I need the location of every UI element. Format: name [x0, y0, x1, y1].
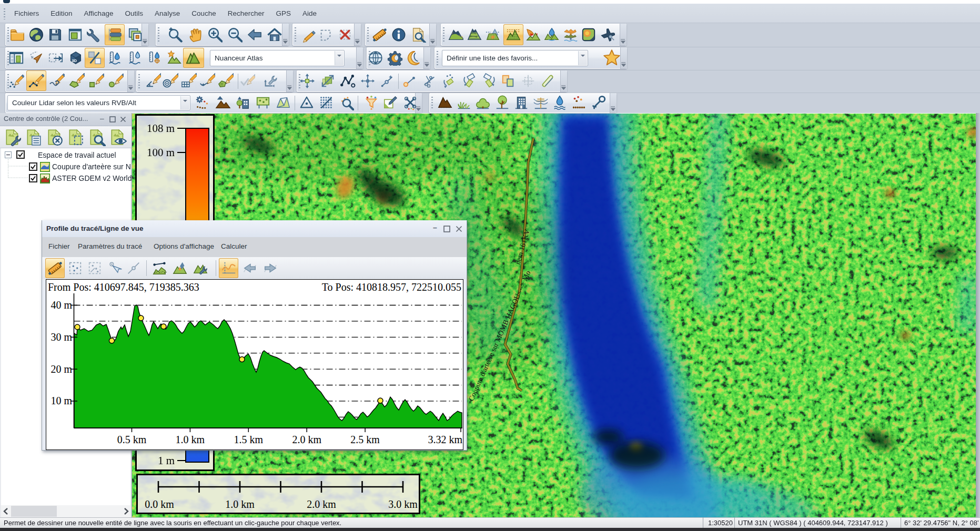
svg-text:3D: 3D — [72, 58, 77, 63]
svg-text:1.0 km: 1.0 km — [176, 434, 205, 445]
svg-text:1.5 km: 1.5 km — [234, 434, 264, 445]
svg-text:40 m: 40 m — [50, 299, 72, 311]
svg-text:1 m: 1 m — [158, 454, 175, 467]
svg-text:To Pos: 410818.957, 722510.055: To Pos: 410818.957, 722510.055 — [322, 281, 461, 293]
svg-text:10 m: 10 m — [50, 395, 72, 406]
svg-text:2.5 km: 2.5 km — [350, 434, 380, 445]
svg-text:20 m: 20 m — [50, 363, 72, 375]
svg-text:2.0 km: 2.0 km — [292, 434, 321, 445]
svg-text:0.0 km: 0.0 km — [145, 498, 174, 510]
svg-text:0.5 km: 0.5 km — [117, 434, 147, 445]
svg-text:From Pos: 410697.845, 719385.3: From Pos: 410697.845, 719385.363 — [48, 281, 199, 293]
svg-text:x: x — [149, 83, 151, 86]
svg-text:2.0 km: 2.0 km — [307, 498, 336, 510]
svg-text:108 m: 108 m — [147, 122, 175, 135]
svg-text:30 m: 30 m — [50, 331, 72, 343]
svg-text:3.32 km: 3.32 km — [428, 434, 462, 445]
svg-text:1.0 km: 1.0 km — [225, 498, 255, 510]
svg-text:3.0 km: 3.0 km — [388, 498, 418, 510]
svg-text:100 m: 100 m — [147, 146, 175, 159]
